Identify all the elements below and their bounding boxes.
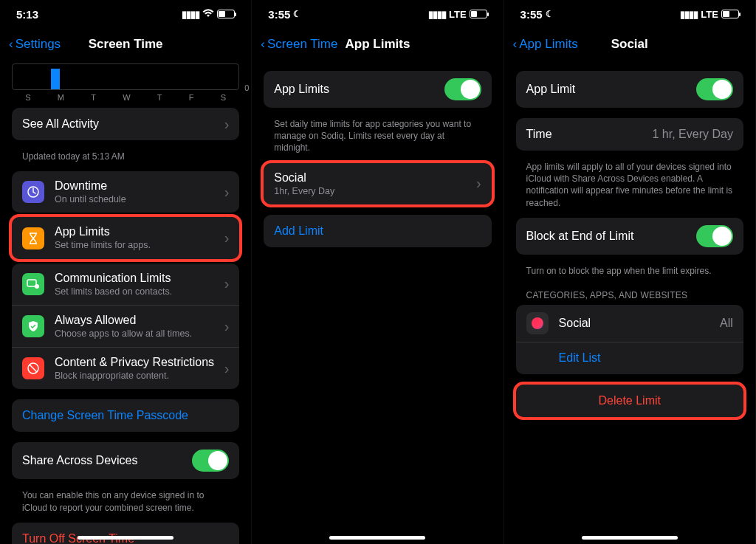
back-button[interactable]: ‹ Screen Time: [261, 37, 337, 52]
signal-icon: ▮▮▮▮: [182, 9, 199, 20]
chevron-left-icon: ‹: [513, 37, 518, 52]
phone-screen-2: 3:55 ☾ ▮▮▮▮ LTE ‹ Screen Time App Limits…: [252, 0, 504, 544]
social-value: All: [720, 317, 733, 330]
status-time: 5:13: [16, 8, 38, 21]
status-time: 3:55: [268, 8, 290, 21]
status-bar: 5:13 ▮▮▮▮: [0, 0, 251, 28]
communication-icon: [22, 273, 44, 295]
status-time: 3:55: [520, 8, 543, 21]
phone-screen-1: 5:13 ▮▮▮▮ ‹ Settings Screen Time 0 S M T…: [0, 0, 252, 544]
social-category-icon: [526, 312, 549, 334]
downtime-row[interactable]: Downtime On until schedule ›: [12, 171, 239, 213]
battery-icon: [470, 10, 487, 18]
signal-icon: ▮▮▮▮: [428, 9, 446, 20]
social-limit-row[interactable]: Social 1hr, Every Day ›: [264, 163, 491, 204]
always-allowed-row[interactable]: Always Allowed Choose apps to allow at a…: [12, 305, 239, 347]
signal-icon: ▮▮▮▮: [680, 9, 698, 20]
back-label: Screen Time: [267, 37, 337, 52]
status-bar: 3:55 ☾ ▮▮▮▮ LTE: [504, 0, 755, 28]
chevron-right-icon: ›: [224, 184, 230, 201]
back-label: Settings: [16, 37, 61, 52]
edit-list-button[interactable]: Edit List: [516, 342, 743, 374]
lte-label: LTE: [449, 9, 467, 20]
svg-point-2: [35, 284, 39, 289]
chevron-right-icon: ›: [224, 275, 230, 292]
block-end-limit-row[interactable]: Block at End of Limit: [516, 218, 743, 255]
no-entry-icon: [22, 357, 44, 379]
usage-chart: 0: [12, 63, 239, 90]
home-indicator[interactable]: [582, 536, 678, 540]
status-bar: 3:55 ☾ ▮▮▮▮ LTE: [252, 0, 503, 28]
block-end-toggle[interactable]: [696, 225, 733, 247]
chevron-right-icon: ›: [224, 230, 230, 247]
moon-icon: ☾: [546, 9, 554, 19]
edit-list-label: Edit List: [559, 351, 601, 365]
chevron-left-icon: ‹: [261, 37, 265, 52]
phone-screen-3: 3:55 ☾ ▮▮▮▮ LTE ‹ App Limits Social App …: [504, 0, 756, 544]
app-limits-footnote: Set daily time limits for app categories…: [264, 118, 491, 163]
app-limits-toggle-row[interactable]: App Limits: [264, 71, 491, 108]
lte-label: LTE: [701, 9, 718, 20]
chevron-right-icon: ›: [224, 318, 230, 335]
back-button[interactable]: ‹ App Limits: [513, 37, 578, 52]
back-label: App Limits: [519, 37, 577, 52]
home-indicator[interactable]: [329, 536, 425, 540]
checkmark-shield-icon: [22, 315, 44, 337]
updated-footnote: Updated today at 5:13 AM: [12, 151, 239, 171]
app-limit-toggle-row[interactable]: App Limit: [516, 71, 743, 108]
wifi-icon: [202, 9, 214, 20]
nav-bar: ‹ Settings Screen Time: [0, 28, 251, 61]
delete-limit-button[interactable]: Delete Limit: [516, 385, 743, 417]
share-devices-toggle[interactable]: [192, 450, 229, 472]
battery-icon: [217, 10, 235, 18]
svg-rect-1: [27, 280, 36, 286]
nav-bar: ‹ App Limits Social: [504, 28, 755, 61]
chart-zero-label: 0: [244, 83, 249, 92]
social-category-row[interactable]: Social All: [516, 305, 743, 342]
battery-icon: [721, 10, 739, 18]
app-limits-toggle[interactable]: [444, 78, 481, 100]
time-value: 1 hr, Every Day: [653, 128, 733, 141]
chevron-right-icon: ›: [224, 116, 230, 133]
change-passcode-label: Change Screen Time Passcode: [22, 409, 188, 422]
app-limits-row[interactable]: App Limits Set time limits for apps. ›: [12, 217, 239, 258]
app-limit-toggle[interactable]: [696, 78, 733, 100]
downtime-icon: [22, 181, 44, 203]
back-button[interactable]: ‹ Settings: [9, 37, 61, 52]
add-limit-button[interactable]: Add Limit: [264, 215, 491, 247]
turn-off-screentime-button[interactable]: Turn Off Screen Time: [12, 523, 239, 544]
nav-bar: ‹ Screen Time App Limits: [252, 28, 503, 61]
chevron-right-icon: ›: [476, 175, 481, 192]
share-footnote: You can enable this on any device signed…: [12, 489, 239, 522]
chart-bar-monday: [51, 69, 60, 89]
add-limit-label: Add Limit: [274, 224, 323, 238]
categories-header: CATEGORIES, APPS, AND WEBSITES: [516, 286, 743, 305]
home-indicator[interactable]: [78, 536, 173, 540]
change-passcode-button[interactable]: Change Screen Time Passcode: [12, 399, 239, 432]
hourglass-icon: [22, 227, 44, 249]
see-all-label: See All Activity: [22, 117, 220, 131]
moon-icon: ☾: [293, 9, 301, 19]
communication-limits-row[interactable]: Communication Limits Set limits based on…: [12, 264, 239, 305]
chevron-right-icon: ›: [224, 360, 230, 377]
chart-days: S M T W T F S: [12, 93, 239, 102]
chevron-left-icon: ‹: [9, 37, 13, 52]
time-footnote: App limits will apply to all of your dev…: [516, 161, 743, 218]
time-row[interactable]: Time 1 hr, Every Day: [516, 118, 743, 151]
block-footnote: Turn on to block the app when the limit …: [516, 265, 743, 286]
content-privacy-row[interactable]: Content & Privacy Restrictions Block ina…: [12, 347, 239, 389]
share-across-devices-row[interactable]: Share Across Devices: [12, 442, 239, 479]
see-all-activity-row[interactable]: See All Activity ›: [12, 108, 239, 140]
delete-limit-label: Delete Limit: [599, 394, 661, 407]
